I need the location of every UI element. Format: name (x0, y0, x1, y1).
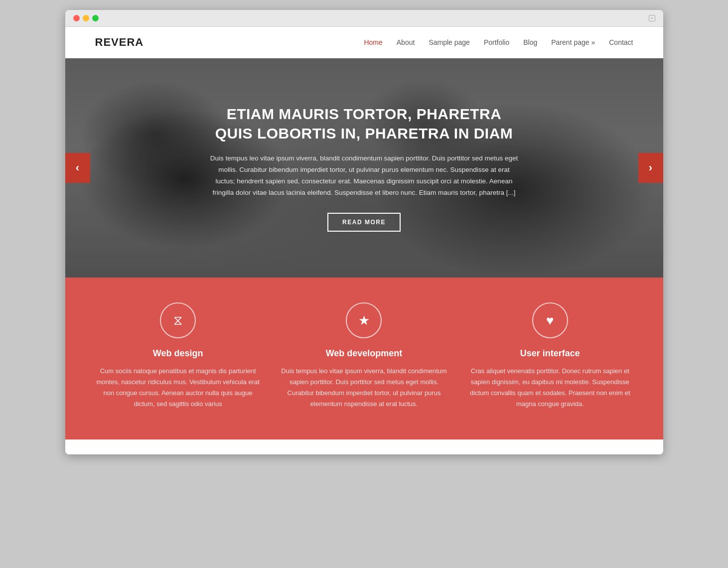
web-design-title: Web design (95, 348, 261, 359)
hero-title: ETIAM MAURIS TORTOR, PHARETRA QUIS LOBOR… (210, 104, 519, 143)
dot-yellow[interactable] (83, 15, 89, 21)
chevron-right-icon: › (649, 161, 652, 174)
feature-web-design: ⧖ Web design Cum sociis natoque penatibu… (95, 302, 261, 410)
web-design-icon-circle: ⧖ (160, 302, 196, 338)
heart-icon: ♥ (546, 313, 554, 328)
slider-prev-button[interactable]: ‹ (65, 153, 90, 183)
dot-green[interactable] (92, 15, 99, 21)
nav-contact[interactable]: Contact (609, 38, 633, 46)
browser-window: + REVERA Home About Sample page Portfoli… (65, 10, 663, 454)
user-interface-title: User interface (467, 348, 633, 359)
nav-home[interactable]: Home (364, 38, 382, 46)
browser-dots (73, 15, 99, 21)
site-nav: Home About Sample page Portfolio Blog Pa… (364, 38, 633, 46)
web-development-icon-circle: ★ (346, 302, 382, 338)
star-icon: ★ (358, 313, 370, 328)
site-header: REVERA Home About Sample page Portfolio … (65, 27, 663, 58)
web-development-text: Duis tempus leo vitae ipsum viverra, bla… (281, 366, 447, 410)
feature-web-development: ★ Web development Duis tempus leo vitae … (281, 302, 447, 410)
browser-chrome: + (65, 10, 663, 27)
dot-red[interactable] (73, 15, 80, 21)
web-design-text: Cum sociis natoque penatibus et magnis d… (95, 366, 261, 410)
hero-content: ETIAM MAURIS TORTOR, PHARETRA QUIS LOBOR… (190, 104, 539, 232)
features-section: ⧖ Web design Cum sociis natoque penatibu… (65, 278, 663, 439)
nav-sample-page[interactable]: Sample page (429, 38, 470, 46)
footer-bar (65, 439, 663, 454)
browser-expand-icon[interactable]: + (649, 15, 655, 21)
nav-blog[interactable]: Blog (523, 38, 537, 46)
hero-body-text: Duis tempus leo vitae ipsum viverra, bla… (210, 153, 519, 199)
hero-slider: ‹ ETIAM MAURIS TORTOR, PHARETRA QUIS LOB… (65, 58, 663, 278)
site-logo: REVERA (95, 36, 144, 49)
web-development-title: Web development (281, 348, 447, 359)
nav-portfolio[interactable]: Portfolio (484, 38, 509, 46)
feature-user-interface: ♥ User interface Cras aliquet venenatis … (467, 302, 633, 410)
timer-icon: ⧖ (173, 313, 182, 328)
chevron-left-icon: ‹ (76, 161, 79, 174)
nav-parent-page[interactable]: Parent page » (551, 38, 595, 46)
user-interface-text: Cras aliquet venenatis porttitor. Donec … (467, 366, 633, 410)
nav-about[interactable]: About (397, 38, 415, 46)
read-more-button[interactable]: READ MORE (327, 213, 401, 232)
user-interface-icon-circle: ♥ (532, 302, 568, 338)
slider-next-button[interactable]: › (638, 153, 663, 183)
